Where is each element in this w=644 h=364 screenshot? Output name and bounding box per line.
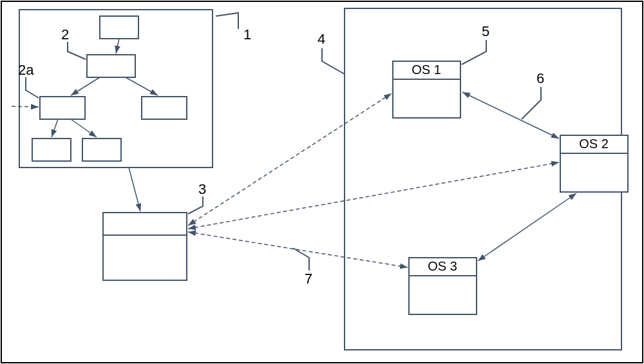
label-2: 2 — [61, 26, 69, 43]
node-3 — [103, 213, 187, 280]
leader-3 — [188, 196, 203, 214]
leader-7 — [293, 248, 309, 271]
edge-container1-to-3 — [129, 168, 140, 211]
label-7: 7 — [305, 271, 312, 287]
edge-3-os2 — [188, 162, 559, 229]
edge-os2-os3 — [478, 193, 576, 261]
edge-2a-to-leaf1 — [52, 119, 58, 137]
edge-root-to-2 — [116, 39, 119, 53]
os3-label: OS 3 — [428, 259, 457, 273]
edge-2-to-2a — [71, 77, 100, 95]
os2-label: OS 2 — [579, 137, 609, 151]
edge-2a-to-leaf2 — [71, 119, 97, 137]
tree-node-right — [142, 97, 187, 119]
leader-2a — [26, 77, 39, 98]
leader-6 — [522, 87, 541, 119]
edge-3-os1 — [188, 93, 392, 225]
label-1: 1 — [243, 26, 251, 43]
diagram-canvas: OS 1 OS 2 OS 3 1 2 2a 3 4 5 6 7 — [0, 0, 644, 364]
tree-node-root — [100, 16, 138, 39]
leader-5 — [462, 40, 486, 64]
tree-leaf-2 — [82, 139, 121, 161]
tree-leaf-1 — [32, 139, 71, 161]
leader-2 — [68, 42, 86, 59]
label-2a: 2a — [18, 62, 34, 78]
leader-1 — [216, 13, 238, 29]
label-5: 5 — [482, 23, 489, 39]
edge-os1-os2 — [462, 92, 559, 139]
edge-3-os3 — [188, 232, 408, 267]
tree-node-2 — [87, 55, 135, 77]
label-3: 3 — [198, 181, 206, 197]
label-4: 4 — [317, 31, 325, 47]
label-6: 6 — [536, 70, 544, 86]
edge-external-into-2a — [12, 106, 39, 107]
leader-4 — [322, 48, 345, 74]
os1-label: OS 1 — [412, 62, 441, 77]
edge-2-to-right — [126, 77, 158, 95]
tree-node-2a — [40, 97, 85, 119]
